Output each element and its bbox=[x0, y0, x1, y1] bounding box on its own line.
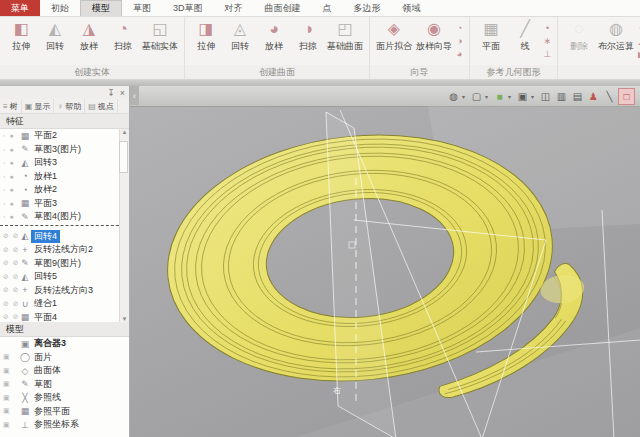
tree-item-flip-normal2[interactable]: ⊘ ⊘ + 反转法线方向2 bbox=[0, 243, 129, 257]
checkbox-icon[interactable]: ▣ bbox=[3, 421, 19, 429]
scroll-down-icon[interactable]: ▼ bbox=[122, 316, 128, 322]
visibility-icon[interactable]: ◦ ● bbox=[3, 132, 19, 139]
wizard-extra-button-2[interactable]: ◑ bbox=[454, 34, 465, 47]
visibility-icon[interactable]: ◦ ● bbox=[3, 186, 19, 193]
tree-item-sketch3[interactable]: ◦ ● ✎ 草图3(图片) bbox=[0, 143, 129, 157]
checkbox-icon[interactable]: ▣ bbox=[3, 407, 19, 415]
mesh-fit-button[interactable]: ◈ 面片拟合 bbox=[374, 19, 414, 52]
wizard-extra-button-3[interactable]: ◕ bbox=[454, 47, 465, 60]
tree-item-plane3[interactable]: ◦ ● ▦ 平面3 bbox=[0, 197, 129, 211]
extrude-solid-button[interactable]: ◧ 拉伸 bbox=[4, 19, 38, 52]
revolve-solid-button[interactable]: ◭ 回转 bbox=[38, 19, 72, 52]
close-icon[interactable]: × bbox=[120, 88, 125, 98]
panel-tab-tree[interactable]: ≡ 树 bbox=[0, 99, 22, 113]
fillet-button[interactable]: ◜ 圆角 bbox=[636, 21, 640, 34]
checkbox-icon[interactable]: ▣ bbox=[3, 353, 19, 361]
ref-plane-button[interactable]: ▦ 平面 bbox=[474, 19, 508, 52]
tab-initial[interactable]: 初始 bbox=[40, 0, 80, 16]
tab-region[interactable]: 领域 bbox=[392, 0, 432, 16]
split-view-icon[interactable]: ▤ bbox=[570, 89, 585, 104]
scrollbar-thumb[interactable] bbox=[119, 141, 128, 173]
visibility-icon[interactable]: ◦ ● bbox=[3, 213, 19, 220]
chevron-down-icon[interactable]: ▾ bbox=[462, 93, 468, 100]
sweep-surface-button[interactable]: ◑ 扫掠 bbox=[291, 19, 325, 52]
suppressed-icon[interactable]: ⊘ ⊘ bbox=[3, 232, 19, 240]
tree-item-revolve3[interactable]: ◦ ● ◭ 回转3 bbox=[0, 156, 129, 170]
suppressed-icon[interactable]: ⊘ ⊘ bbox=[3, 300, 19, 308]
panel-tab-viewpoint[interactable]: ▤ 视点 bbox=[85, 99, 118, 113]
mannequin-icon[interactable]: ♟ bbox=[586, 89, 601, 104]
measure-line-icon[interactable]: ╲ bbox=[602, 89, 617, 104]
suppressed-icon[interactable]: ⊘ ⊘ bbox=[3, 313, 19, 321]
panel-tab-display[interactable]: ▣ 显示 bbox=[22, 99, 55, 113]
tab-sketch[interactable]: 草图 bbox=[122, 0, 162, 16]
tree-item-revolve4-selected[interactable]: ⊘ ⊘ ◭ 回转4 bbox=[0, 230, 129, 244]
tree-item-plane2[interactable]: ◦ ● ▦ 平面2 bbox=[0, 129, 129, 143]
panel-collapse-button[interactable]: ‹ bbox=[130, 86, 139, 105]
primitive-surface-button[interactable]: ◰ 基础曲面 bbox=[325, 19, 365, 52]
tab-model[interactable]: 模型 bbox=[80, 0, 122, 16]
suppressed-icon[interactable]: ⊘ ⊘ bbox=[3, 286, 19, 294]
tree-item-loft2[interactable]: ◦ ● ◔ 放样2 bbox=[0, 183, 129, 197]
delete-button[interactable]: ◌ 删除 bbox=[562, 19, 596, 52]
pin-icon[interactable]: ↧ bbox=[107, 88, 115, 98]
tree-item-revolve5[interactable]: ⊘ ⊘ ◭ 回转5 bbox=[0, 270, 129, 284]
model-item-ref-csys[interactable]: ▣ ⊥ 参照坐标系 bbox=[0, 418, 129, 432]
view-orientation-icon[interactable]: ▢ bbox=[469, 89, 484, 104]
tab-3d-sketch[interactable]: 3D草图 bbox=[162, 0, 214, 16]
viewport[interactable]: ◍ ▾ ▢ ▾ ■ ▾ ▣ ▾ ◫ ▥ ▤ ♟ ╲ □ ‹ bbox=[130, 86, 640, 437]
tree-item-plane4[interactable]: ⊘ ⊘ ▦ 平面4 bbox=[0, 311, 129, 323]
tree-item-stitch1[interactable]: ⊘ ⊘ ∪ 缝合1 bbox=[0, 297, 129, 311]
model-item-ref-line[interactable]: ▣ ╳ 参照线 bbox=[0, 391, 129, 405]
ref-line-button[interactable]: ╱ 线 bbox=[508, 19, 542, 52]
visibility-icon[interactable]: ◦ ● bbox=[3, 146, 19, 153]
chevron-down-icon[interactable]: ▾ bbox=[508, 93, 514, 100]
viewport-canvas[interactable]: 右 bbox=[130, 106, 640, 437]
wizard-extra-button-1[interactable]: ◔ bbox=[454, 21, 465, 34]
model-item-part[interactable]: ▣ 离合器3 bbox=[0, 337, 129, 351]
suppressed-icon[interactable]: ⊘ ⊘ bbox=[3, 273, 19, 281]
tab-polygon[interactable]: 多边形 bbox=[343, 0, 392, 16]
ref-rotate-button[interactable]: ∗ bbox=[542, 34, 553, 47]
model-item-mesh[interactable]: ▣ ◯ 面片 bbox=[0, 351, 129, 365]
selection-box-icon[interactable]: □ bbox=[618, 88, 635, 105]
loft-wizard-button[interactable]: ◉ 放样向导 bbox=[414, 19, 454, 52]
tree-item-sketch4[interactable]: ◦ ● ✎ 草图4(图片) bbox=[0, 210, 129, 224]
sweep-solid-button[interactable]: ◔ 扫掠 bbox=[106, 19, 140, 52]
tree-item-flip-normal3[interactable]: ⊘ ⊘ + 反转法线方向3 bbox=[0, 284, 129, 298]
ref-csys-button[interactable]: ⊥ bbox=[542, 47, 553, 60]
ref-point-button[interactable]: • bbox=[542, 21, 553, 34]
checkbox-icon[interactable]: ▣ bbox=[3, 380, 19, 388]
visibility-icon[interactable]: ◦ ● bbox=[3, 200, 19, 207]
boolean-button[interactable]: ◍ 布尔运算 bbox=[596, 19, 636, 52]
rollback-bar[interactable] bbox=[0, 225, 129, 229]
suppressed-icon[interactable]: ⊘ ⊘ bbox=[3, 246, 19, 254]
model-item-ref-plane[interactable]: ▣ ▦ 参照平面 bbox=[0, 405, 129, 419]
model-item-surface-body[interactable]: ▣ ◇ 曲面体 bbox=[0, 364, 129, 378]
section-view-icon[interactable]: ◫ bbox=[538, 89, 553, 104]
menu-button[interactable]: 菜单 bbox=[0, 0, 40, 16]
chevron-down-icon[interactable]: ▾ bbox=[531, 93, 537, 100]
chevron-down-icon[interactable]: ▾ bbox=[485, 93, 491, 100]
panel-tab-help[interactable]: ♀ 帮助 bbox=[54, 99, 85, 113]
plane-display-icon[interactable]: ▥ bbox=[554, 89, 569, 104]
tree-item-sketch9[interactable]: ⊘ ⊘ ✎ 草图9(图片) bbox=[0, 257, 129, 271]
suppressed-icon[interactable]: ⊘ ⊘ bbox=[3, 259, 19, 267]
chamfer-button[interactable]: ◿ 倒角 bbox=[636, 34, 640, 47]
visibility-icon[interactable]: ◦ ● bbox=[3, 173, 19, 180]
model-item-sketch[interactable]: ▣ ✎ 草图 bbox=[0, 378, 129, 392]
wireframe-mode-icon[interactable]: ▣ bbox=[515, 89, 530, 104]
shaded-mode-icon[interactable]: ■ bbox=[492, 89, 507, 104]
scroll-up-icon[interactable]: ▲ bbox=[122, 129, 128, 135]
checkbox-icon[interactable]: ▣ bbox=[3, 394, 19, 402]
extrude-surface-button[interactable]: ◨ 拉伸 bbox=[189, 19, 223, 52]
primitive-solid-button[interactable]: ◱ 基础实体 bbox=[140, 19, 180, 52]
tree-item-loft1[interactable]: ◦ ● ◔ 放样1 bbox=[0, 170, 129, 184]
display-style-icon[interactable]: ◍ bbox=[446, 89, 461, 104]
draft-button[interactable]: ◣ 拔模 bbox=[636, 47, 640, 60]
checkbox-icon[interactable]: ▣ bbox=[3, 367, 19, 375]
visibility-icon[interactable]: ◦ ● bbox=[3, 159, 19, 166]
tab-point[interactable]: 点 bbox=[312, 0, 343, 16]
loft-surface-button[interactable]: ◕ 放样 bbox=[257, 19, 291, 52]
tab-surface-create[interactable]: 曲面创建 bbox=[254, 0, 312, 16]
